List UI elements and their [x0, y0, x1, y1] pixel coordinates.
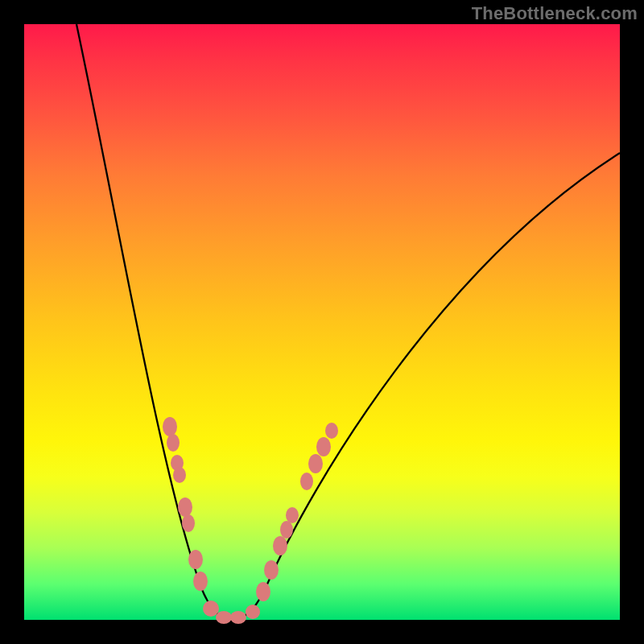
curve-bead [182, 514, 195, 532]
curve-bead [163, 417, 177, 436]
bead-group [163, 417, 338, 624]
curve-bead [167, 434, 180, 452]
curve-bead [193, 572, 208, 591]
chart-plot-area [24, 24, 620, 620]
curve-bead [280, 521, 293, 539]
curve-bead [316, 437, 331, 456]
curve-bead [230, 611, 246, 624]
curve-bead [325, 423, 338, 439]
curve-bead [264, 560, 279, 580]
curve-bead [256, 582, 270, 601]
watermark-text: TheBottleneck.com [472, 3, 638, 24]
curve-bead [178, 497, 192, 517]
curve-bead [308, 454, 323, 473]
curve-bead [203, 601, 219, 617]
chart-svg [24, 24, 620, 620]
curve-bead [173, 467, 186, 483]
bottleneck-curve-line [76, 24, 620, 620]
curve-bead [286, 507, 299, 523]
curve-bead [216, 611, 232, 624]
curve-bead [300, 473, 313, 490]
curve-bead [246, 605, 260, 619]
curve-bead [273, 536, 287, 555]
curve-bead [188, 550, 203, 569]
